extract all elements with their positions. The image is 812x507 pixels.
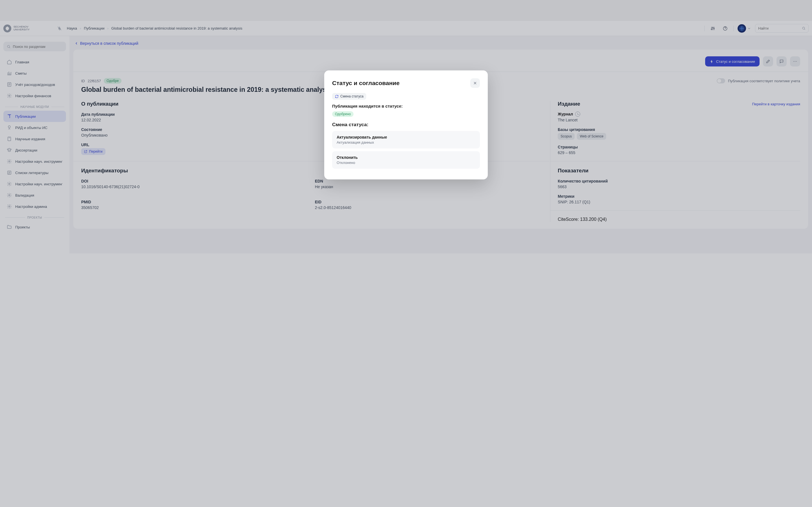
modal-title: Статус и согласование bbox=[332, 80, 400, 87]
close-button[interactable] bbox=[470, 78, 480, 88]
status-option-update[interactable]: Актуализировать данные Актуализация данн… bbox=[332, 131, 480, 149]
in-status-label: Публикация находится в статусе: bbox=[332, 104, 480, 108]
option-subtitle: Актуализация данных bbox=[337, 140, 475, 145]
current-status-chip: Одобрено bbox=[332, 111, 354, 117]
option-subtitle: Отклонено bbox=[337, 161, 475, 165]
status-option-reject[interactable]: Отклонить Отклонено bbox=[332, 151, 480, 169]
modal-backdrop[interactable]: Статус и согласование Смена статуса Публ… bbox=[0, 0, 812, 253]
change-status-label: Смена статуса bbox=[340, 94, 363, 98]
refresh-icon bbox=[335, 95, 339, 98]
status-modal: Статус и согласование Смена статуса Публ… bbox=[324, 70, 488, 179]
close-icon bbox=[473, 81, 477, 86]
change-status-button[interactable]: Смена статуса bbox=[332, 93, 366, 100]
change-heading: Смена статуса: bbox=[332, 122, 480, 128]
option-title: Актуализировать данные bbox=[337, 135, 475, 139]
option-title: Отклонить bbox=[337, 155, 475, 160]
